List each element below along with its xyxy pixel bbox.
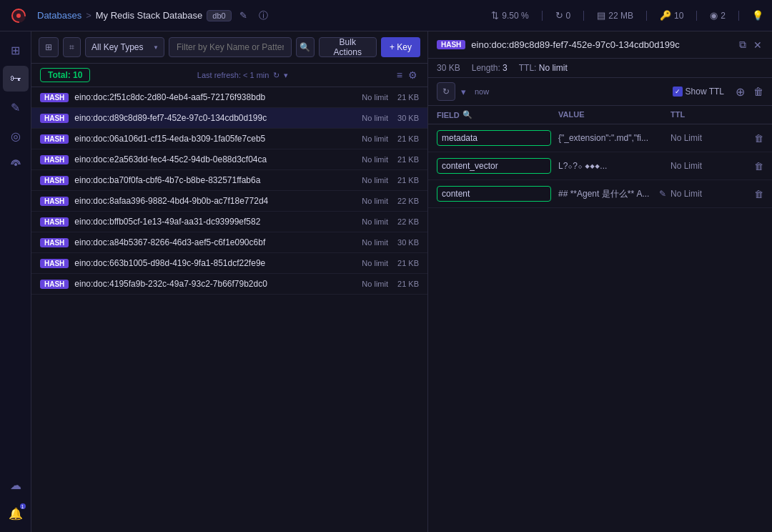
- list-actions: ≡ ⚙: [395, 68, 419, 82]
- stat-sep-4: [696, 11, 697, 21]
- bulk-actions-btn[interactable]: Bulk Actions: [319, 37, 377, 57]
- search-btn[interactable]: 🔍: [296, 37, 315, 57]
- field-name-content-vector: content_vector: [437, 158, 551, 174]
- ttl-val: No limit: [539, 63, 568, 73]
- delete-field-btn[interactable]: 🗑: [754, 189, 763, 200]
- field-value-text: L?⬦?⬦ ◆◆◆...: [558, 161, 607, 171]
- right-hash-badge: HASH: [437, 40, 465, 49]
- edit-db-icon[interactable]: ✎: [236, 8, 252, 24]
- delete-key-btn[interactable]: 🗑: [753, 86, 763, 97]
- refresh-chevron[interactable]: ▾: [284, 71, 288, 80]
- key-size: 21 KB: [394, 259, 419, 267]
- key-name: eino:doc:663b1005-d98d-419c-9fa1-851dcf2…: [74, 258, 343, 268]
- checkbox-checked-icon: ✓: [673, 87, 683, 97]
- keys-stat: 🔑 10: [660, 10, 683, 21]
- refresh-icon[interactable]: ↻: [273, 71, 279, 80]
- hash-badge: HASH: [40, 259, 69, 268]
- hash-badge: HASH: [40, 93, 69, 102]
- delete-field-btn[interactable]: 🗑: [754, 133, 763, 144]
- fields-table: Field 🔍 Value TTL metadata {: [428, 106, 772, 532]
- databases-link[interactable]: Databases: [37, 10, 81, 21]
- copy-icon[interactable]: ⧉: [738, 37, 748, 52]
- key-type-select[interactable]: All Key Types: [85, 37, 164, 57]
- info-db-icon[interactable]: ⓘ: [256, 8, 272, 24]
- list-view-btn[interactable]: ≡: [395, 68, 404, 82]
- field-chevron[interactable]: ▾: [461, 87, 466, 97]
- topbar-stats: ⇅ 9.50 % ↻ 0 ▤ 22 MB 🔑 10 ◉ 2 💡: [491, 10, 763, 21]
- key-limit: No limit: [349, 217, 388, 226]
- app-logo: [9, 6, 29, 26]
- breadcrumb: Databases > My Redis Stack Database db0 …: [37, 8, 272, 24]
- key-size: 22 KB: [394, 197, 419, 205]
- sidebar-icon-keys[interactable]: 🗝: [3, 66, 29, 92]
- key-row[interactable]: HASH eino:doc:663b1005-d98d-419c-9fa1-85…: [31, 253, 427, 274]
- key-size: 30 KB: [394, 238, 419, 247]
- key-row[interactable]: HASH eino:doc:2f51c8dc-2d80-4eb4-aaf5-72…: [31, 87, 427, 108]
- stat-sep-5: [738, 11, 739, 21]
- hash-badge: HASH: [40, 280, 69, 289]
- field-ttl-content-vector: No Limit: [670, 161, 742, 171]
- key-name: eino:doc:a84b5367-8266-46d3-aef5-c6f1e09…: [74, 237, 343, 247]
- sidebar-icon-chart[interactable]: ◎: [3, 123, 29, 149]
- field-delete-col: 🗑: [742, 189, 763, 200]
- show-ttl-label: Show TTL: [686, 87, 724, 97]
- field-name-content: content: [437, 186, 551, 202]
- field-row-content[interactable]: content ## **Agent 是什么** A... ✎ No Limit…: [428, 180, 772, 208]
- key-name: eino:doc:e2a563dd-fec4-45c2-94db-0e88d3c…: [74, 154, 343, 164]
- top-bar: Databases > My Redis Stack Database db0 …: [0, 0, 772, 31]
- tips-btn[interactable]: 💡: [752, 10, 763, 21]
- show-ttl-checkbox[interactable]: ✓ Show TTL: [673, 87, 724, 97]
- hash-badge: HASH: [40, 197, 69, 206]
- field-row-content-vector[interactable]: content_vector L?⬦?⬦ ◆◆◆... No Limit 🗑: [428, 152, 772, 180]
- main-layout: ⊞ 🗝 ✎ ◎ ☁ 🔔 1 ⊞ ⌗: [0, 31, 772, 532]
- filter-btn[interactable]: ⊞: [39, 37, 59, 57]
- fields-table-header: Field 🔍 Value TTL: [428, 106, 772, 124]
- col-ttl-header: TTL: [670, 110, 742, 119]
- sidebar-icon-edit[interactable]: ✎: [3, 94, 29, 120]
- key-row[interactable]: HASH eino:doc:e2a563dd-fec4-45c2-94db-0e…: [31, 149, 427, 170]
- key-row[interactable]: HASH eino:doc:4195fa9b-232c-49a7-93c2-7b…: [31, 274, 427, 295]
- key-row[interactable]: HASH eino:doc:ba70f0fa-cbf6-4b7c-b8be-83…: [31, 170, 427, 191]
- right-key-title: eino:doc:d89c8d89-fef7-452e-97c0-134cdb0…: [471, 39, 732, 50]
- close-icon[interactable]: ✕: [752, 38, 763, 52]
- key-name: eino:doc:06a106d1-cf15-4eda-b309-1fa05fe…: [74, 134, 343, 144]
- key-row[interactable]: HASH eino:doc:06a106d1-cf15-4eda-b309-1f…: [31, 129, 427, 149]
- ops-icon: ↻: [555, 10, 563, 21]
- key-limit: No limit: [349, 280, 388, 288]
- key-row[interactable]: HASH eino:doc:d89c8d89-fef7-452e-97c0-13…: [31, 108, 427, 129]
- key-rows: HASH eino:doc:2f51c8dc-2d80-4eb4-aaf5-72…: [31, 87, 427, 532]
- key-size: 21 KB: [394, 280, 419, 288]
- add-key-btn[interactable]: + Key: [381, 37, 420, 57]
- settings-btn[interactable]: ⚙: [407, 68, 419, 82]
- field-toolbar: ↻ ▾ now ✓ Show TTL ⊕ 🗑: [428, 78, 772, 106]
- key-limit: No limit: [349, 93, 388, 102]
- tag-btn[interactable]: ⌗: [63, 37, 81, 57]
- cloud-icon[interactable]: ☁: [3, 472, 29, 498]
- key-row[interactable]: HASH eino:doc:bffb05cf-1e13-49af-aa31-dc…: [31, 212, 427, 232]
- field-delete-col: 🗑: [742, 161, 763, 172]
- edit-field-btn[interactable]: ✎: [659, 189, 666, 199]
- search-input[interactable]: [169, 37, 292, 57]
- tips-icon: 💡: [752, 10, 763, 21]
- db-title: My Redis Stack Database: [96, 10, 203, 21]
- left-sidebar: ⊞ 🗝 ✎ ◎ ☁ 🔔 1: [0, 31, 31, 532]
- ops-value: 0: [566, 11, 571, 21]
- field-search-icon[interactable]: 🔍: [462, 110, 472, 119]
- add-field-btn[interactable]: ⊕: [736, 85, 745, 99]
- key-type-select-wrapper[interactable]: All Key Types: [85, 37, 164, 57]
- sidebar-icon-grid[interactable]: ⊞: [3, 37, 29, 63]
- delete-field-btn[interactable]: 🗑: [754, 161, 763, 172]
- field-value-content-vector: L?⬦?⬦ ◆◆◆...: [558, 161, 670, 171]
- field-reload-btn[interactable]: ↻: [437, 82, 455, 101]
- notification-icon[interactable]: 🔔 1: [3, 501, 29, 526]
- key-row[interactable]: HASH eino:doc:8afaa396-9882-4bd4-9b0b-ac…: [31, 191, 427, 212]
- field-name-col: content: [437, 186, 558, 202]
- key-limit: No limit: [349, 259, 388, 267]
- key-size: 30 KB: [394, 114, 419, 122]
- sidebar-icon-broadcast[interactable]: [3, 152, 29, 177]
- field-value-metadata: {"_extension":".md","fi...: [558, 133, 670, 143]
- key-limit: No limit: [349, 197, 388, 205]
- key-row[interactable]: HASH eino:doc:a84b5367-8266-46d3-aef5-c6…: [31, 232, 427, 253]
- field-row-metadata[interactable]: metadata {"_extension":".md","fi... No L…: [428, 124, 772, 152]
- key-name: eino:doc:8afaa396-9882-4bd4-9b0b-ac7f18e…: [74, 196, 343, 206]
